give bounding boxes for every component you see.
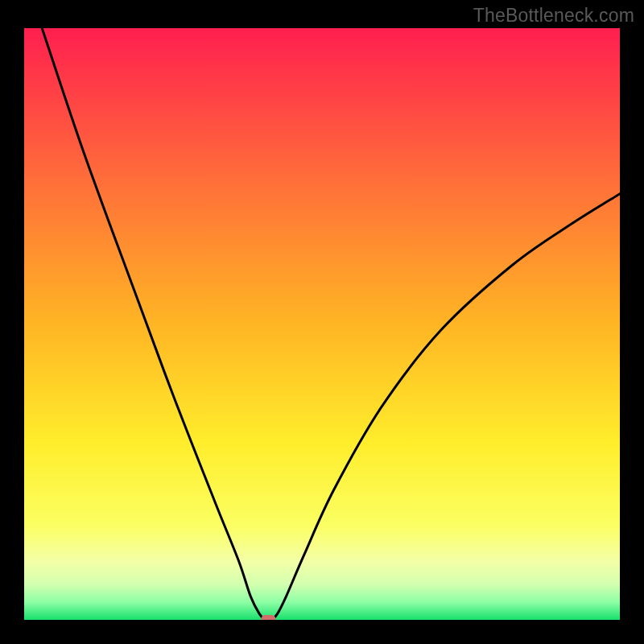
watermark-text: TheBottleneck.com	[473, 5, 634, 27]
minimum-marker	[261, 615, 275, 620]
bottleneck-chart	[24, 28, 620, 620]
gradient-background	[24, 28, 620, 620]
chart-frame: TheBottleneck.com	[0, 0, 644, 644]
